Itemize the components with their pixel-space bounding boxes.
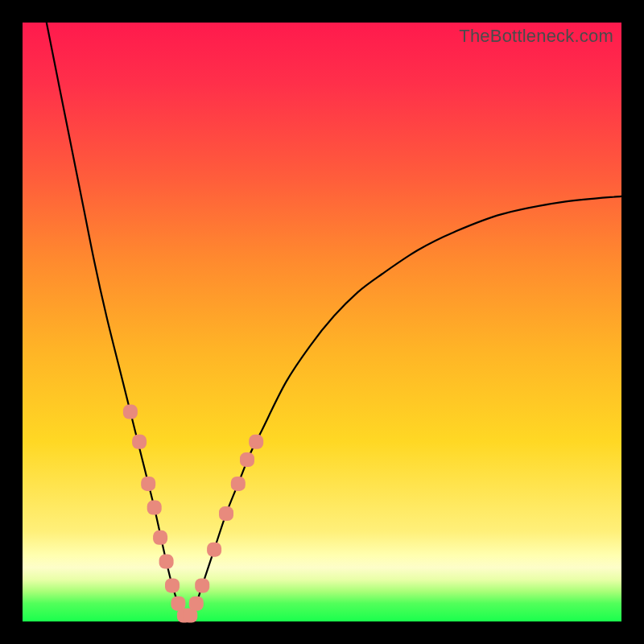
curve-marker xyxy=(207,543,221,557)
curve-marker xyxy=(141,477,155,491)
curve-marker xyxy=(249,435,263,449)
curve-marker xyxy=(219,506,233,521)
markers-group xyxy=(123,405,263,623)
curve-marker xyxy=(240,452,254,467)
plot-area: TheBottleneck.com xyxy=(23,23,621,621)
curve-svg xyxy=(23,23,621,621)
curve-marker xyxy=(123,405,138,419)
curve-marker xyxy=(159,555,174,569)
bottleneck-curve xyxy=(47,23,621,617)
curve-marker xyxy=(231,477,246,491)
curve-marker xyxy=(147,501,162,515)
chart-frame: TheBottleneck.com xyxy=(0,0,644,644)
curve-marker xyxy=(153,530,167,545)
curve-marker xyxy=(189,597,204,611)
curve-marker xyxy=(132,435,147,449)
curve-marker xyxy=(165,578,180,592)
curve-marker xyxy=(195,578,209,592)
